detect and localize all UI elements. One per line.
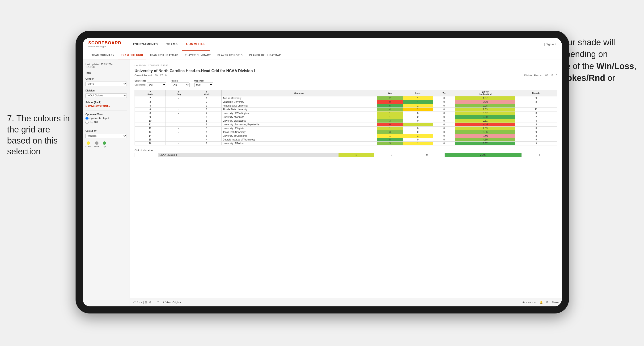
subnav-team-summary[interactable]: TEAM SUMMARY [88,51,118,59]
h2h-grid-table: #Rank #Reg #Conf Opponent Win Loss Tie D… [134,90,557,146]
nav-teams[interactable]: TEAMS [162,38,182,51]
division-record: Division Record: 88 - 17 - 0 [524,74,557,77]
clock-icon[interactable]: ⏱ [156,301,160,304]
gender-select[interactable]: Men's [86,82,127,86]
crop-icon[interactable]: ⊞ [145,301,148,304]
alert-button[interactable]: 🔔 [540,301,543,304]
division-select[interactable]: NCAA Division I [86,93,127,98]
th-loss: Loss [403,90,433,96]
sidebar-divider [86,111,127,111]
cell-loss: 1 [403,104,433,108]
nav-tournaments[interactable]: TOURNAMENTS [128,38,162,51]
cell-diff: 6.67 [455,142,515,146]
annotation-left: 7. The colours in the grid are based on … [7,113,73,157]
ood-rounds: 3 [522,153,557,157]
subnav-player-h2h-heatmap[interactable]: PLAYER H2H HEATMAP [246,51,284,59]
cell-diff: -2.29 [455,100,515,104]
gender-section: Gender Men's [86,78,127,86]
subnav-player-h2h-grid[interactable]: PLAYER H2H GRID [214,51,246,59]
table-row: 12 - 3 University of Virginia 1 0 0 2.33… [135,127,557,130]
conference-filter: Conference Opponents: (All) [134,80,166,87]
nav-items: TOURNAMENTS TEAMS COMMITTEE [128,38,210,51]
opponent-select[interactable]: (All) [194,82,213,87]
logo-text: SCOREBOARD [88,40,121,45]
cell-reg: - [166,123,192,127]
watch-button[interactable]: 👁 Watch ▼ [522,301,536,304]
cell-opponent: Georgia Institute of Technology [222,138,377,142]
undo-icon[interactable]: ↺ [133,301,136,304]
cell-win: 1 [377,134,403,138]
tablet-screen: SCOREBOARD Powered by clippd TOURNAMENTS… [82,38,562,306]
cell-rank: 9 [135,115,166,119]
sign-out-link[interactable]: | Sign out [544,43,556,46]
ood-diff: 26.00 [444,153,522,157]
nav-committee[interactable]: COMMITTEE [182,38,210,51]
cell-win: 5 [377,138,403,142]
table-row: 6 - 2 Florida State University 4 2 0 1.8… [135,108,557,112]
sidebar: Last Updated: 27/03/2024 16:55:38 Team G… [82,59,130,306]
conference-select[interactable]: (All) [147,82,166,87]
toolbar-right: 👁 Watch ▼ 🔔 ⊞ Share [522,301,558,304]
table-row: 2 - 1 Auburn University 2 1 0 1.67 9 [135,96,557,100]
th-tie: Tie [433,90,456,96]
cell-opponent: Arizona State University [222,104,377,108]
back-icon[interactable]: ◁ [141,301,144,304]
cell-loss: 0 [403,112,433,115]
th-win: Win [377,90,403,96]
cell-tie: 0 [433,112,456,115]
cell-rank: 11 [135,123,166,127]
last-updated: Last Updated: 27/03/2024 [86,63,127,66]
subnav-team-h2h-grid[interactable]: TEAM H2H GRID [118,51,146,59]
record-row: Overall Record: 89 - 17 - 0 Division Rec… [134,74,557,77]
up-dot [103,141,106,145]
cell-rounds: 9 [515,142,557,146]
logo-sub: Powered by clippd [88,45,121,48]
cell-rounds: 2 [515,115,557,119]
toolbar-sep [154,300,154,305]
cell-conf: 2 [192,112,222,115]
cell-loss: 0 [403,130,433,134]
cell-rank: 12 [135,127,166,130]
th-rounds: Rounds [515,90,557,96]
cell-opponent: University of Arkansas, Fayetteville [222,123,377,127]
cell-opponent: Florida State University [222,108,377,112]
cell-tie: 0 [433,96,456,100]
cell-win: 2 [377,96,403,100]
cell-loss: 1 [403,96,433,100]
cell-win: 4 [377,108,403,112]
out-of-division-table: NCAA Division II 1 0 0 26.00 3 [134,153,557,157]
cell-loss: 4 [403,100,433,104]
cell-reg: - [166,96,192,100]
cell-opponent: University of Washington [222,112,377,115]
th-conf: #Conf [192,90,222,96]
legend-down: Down [86,141,91,148]
cell-diff: 4.50 [455,138,515,142]
cell-tie: 0 [433,130,456,134]
subnav-team-h2h-heatmap[interactable]: TEAM H2H HEATMAP [146,51,182,59]
pan-icon[interactable]: ⊕ [149,301,152,304]
table-row: 8 - 2 University of Washington 1 0 0 3.6… [135,112,557,115]
cell-conf: 2 [192,100,222,104]
share-button[interactable]: Share [552,301,558,304]
cell-win: 3 [377,142,403,146]
cell-reg: - [166,127,192,130]
cell-opponent: Vanderbilt University [222,100,377,104]
cell-rounds: 3 [515,134,557,138]
colour-by-select[interactable]: Win/loss [86,134,127,138]
table-row: 3 - 2 Vanderbilt University 0 4 0 -2.29 … [135,100,557,104]
radio-top100[interactable]: Top 100 [86,121,127,124]
colour-legend: Down Level Up [86,141,127,148]
redo-icon[interactable]: ↻ [137,301,140,304]
cell-win: 1 [377,112,403,115]
region-select[interactable]: (All) [171,82,190,87]
cell-conf: 1 [192,96,222,100]
cell-reg: - [166,138,192,142]
cell-diff: -1.00 [455,134,515,138]
table-header-row: #Rank #Reg #Conf Opponent Win Loss Tie D… [135,90,557,96]
radio-opponents-played[interactable]: Opponents Played [86,117,127,120]
cell-diff: 3.67 [455,112,515,115]
cell-conf: 1 [192,130,222,134]
grid-button[interactable]: ⊞ [546,301,548,304]
subnav-player-summary[interactable]: PLAYER SUMMARY [182,51,214,59]
cell-diff: 2.33 [455,127,515,130]
